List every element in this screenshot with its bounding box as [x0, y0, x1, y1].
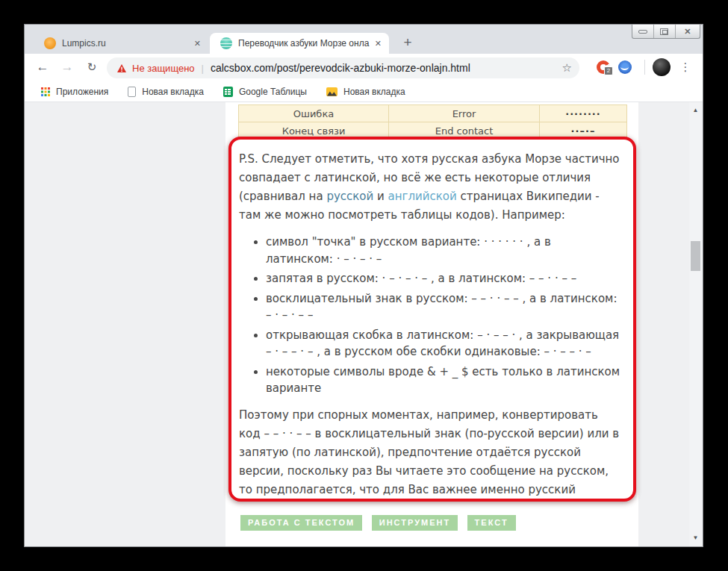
extension-badge: 2 [604, 66, 613, 75]
tab-close-icon[interactable]: ✕ [193, 39, 202, 49]
lumpics-favicon-icon [44, 37, 56, 49]
tag-link[interactable]: ИНСТРУМЕНТ [372, 515, 458, 531]
browser-window: Lumpics.ru ✕ Переводчик азбуки Морзе онл… [25, 25, 703, 546]
list-item: восклицательный знак в русском: – – · · … [266, 290, 621, 324]
page-viewport: Ошибка Error ········ Конец связи End co… [25, 102, 703, 546]
bookmark-label: Google Таблицы [239, 87, 307, 97]
bookmark-label: Новая вкладка [343, 87, 405, 97]
morse-differences-list: символ "точка" в русском варианте: · · ·… [239, 234, 621, 397]
address-bar[interactable]: Не защищено | calcsbox.com/post/perevodc… [107, 57, 579, 78]
new-tab-button[interactable]: + [398, 34, 417, 53]
maximize-icon [660, 28, 668, 35]
tab-strip: Lumpics.ru ✕ Переводчик азбуки Морзе онл… [25, 25, 703, 54]
table-cell-ru: Ошибка [239, 105, 389, 122]
security-status-label[interactable]: Не защищено [132, 63, 195, 74]
minimize-icon [638, 30, 647, 34]
page-icon [128, 87, 136, 97]
bookmark-star-icon[interactable]: ☆ [562, 57, 572, 78]
tag-link[interactable]: РАБОТА С ТЕКСТОМ [240, 515, 362, 531]
calcsbox-favicon-icon [220, 37, 232, 49]
chrome-menu-icon[interactable]: ⋮ [679, 57, 691, 78]
sheets-icon [223, 87, 233, 97]
ps-paragraph-2: Поэтому при спорных моментах, например, … [239, 406, 621, 502]
tab-morse-translator[interactable]: Переводчик азбуки Морзе онла ✕ [210, 33, 389, 54]
list-item: некоторые символы вроде & + _ $ есть тол… [266, 363, 621, 397]
reload-button[interactable]: ↻ [81, 57, 102, 78]
omnibox-separator: | [202, 63, 204, 74]
back-button[interactable]: ← [32, 57, 53, 78]
bookmark-google-sheets[interactable]: Google Таблицы [223, 87, 307, 97]
list-item: открывающая скобка в латинском: – · – – … [266, 327, 621, 361]
ps-paragraph-1: P.S. Следует отметить, что хотя русская … [239, 150, 621, 225]
close-icon: ✕ [684, 27, 691, 37]
url-text[interactable]: calcsbox.com/post/perevodcik-azbuki-morz… [211, 62, 470, 74]
image-icon [326, 87, 337, 96]
link-russian-wikipedia[interactable]: русской [326, 190, 373, 203]
bookmark-new-tab-2[interactable]: Новая вкладка [326, 87, 405, 97]
profile-avatar[interactable] [653, 58, 671, 76]
ps-note-annotation-box: P.S. Следует отметить, что хотя русская … [228, 137, 636, 502]
bookmark-label: Приложения [56, 87, 108, 97]
list-item: символ "точка" в русском варианте: · · ·… [266, 234, 621, 267]
table-cell-morse: ········ [540, 105, 627, 122]
ps-text: и [373, 190, 388, 203]
tab-close-icon[interactable]: ✕ [373, 39, 383, 49]
maximize-button[interactable] [654, 25, 676, 38]
tab-lumpics[interactable]: Lumpics.ru ✕ [34, 33, 208, 54]
minimize-button[interactable] [632, 25, 654, 38]
tab-title: Переводчик азбуки Морзе онла [238, 38, 373, 49]
apps-grid-icon [41, 87, 50, 96]
link-english-wikipedia[interactable]: английской [388, 190, 457, 203]
tag-link[interactable]: ТЕКСТ [467, 515, 516, 531]
toolbar-divider [644, 60, 645, 75]
tag-list: РАБОТА С ТЕКСТОМ ИНСТРУМЕНТ ТЕКСТ [240, 515, 522, 531]
bookmark-apps[interactable]: Приложения [41, 87, 108, 97]
table-row: Ошибка Error ········ [239, 105, 627, 122]
browser-toolbar: ← → ↻ Не защищено | calcsbox.com/post/pe… [25, 54, 703, 81]
list-item: запятая в русском: · – · – · – , а в лат… [266, 270, 621, 287]
not-secure-warning-icon [116, 63, 127, 73]
scrollbar-thumb[interactable] [691, 241, 700, 271]
morse-code-table: Ошибка Error ········ Конец связи End co… [238, 104, 627, 140]
tab-title: Lumpics.ru [62, 38, 193, 49]
bookmark-new-tab[interactable]: Новая вкладка [128, 87, 204, 97]
bookmarks-bar: Приложения Новая вкладка Google Таблицы … [25, 81, 703, 102]
window-controls: ✕ [632, 25, 700, 39]
extension-globe-icon[interactable] [618, 60, 632, 74]
scroll-up-icon[interactable]: ▲ [689, 104, 702, 116]
close-button[interactable]: ✕ [676, 25, 700, 38]
article-content: Ошибка Error ········ Конец связи End co… [225, 102, 638, 546]
scroll-down-icon[interactable]: ▼ [689, 532, 702, 544]
vertical-scrollbar[interactable]: ▲ ▼ [689, 102, 702, 546]
bookmark-label: Новая вкладка [142, 87, 204, 97]
table-cell-en: Error [389, 105, 540, 122]
forward-button[interactable]: → [57, 57, 78, 78]
